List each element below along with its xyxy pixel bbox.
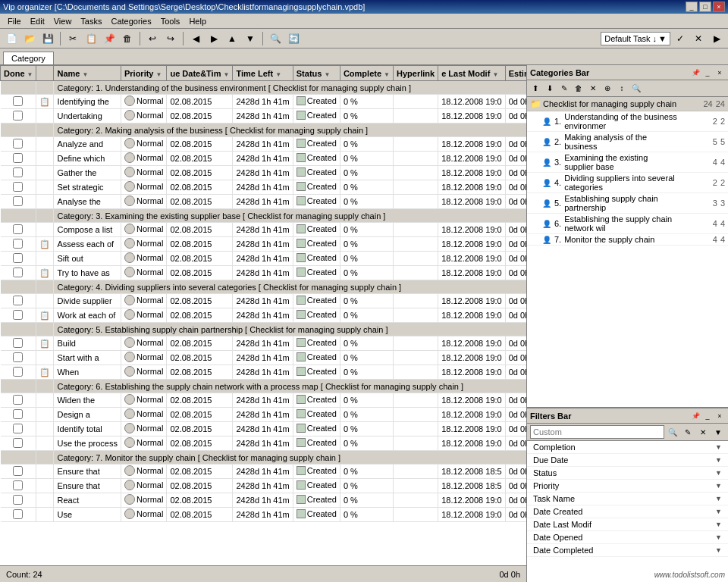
task-done-cell[interactable] <box>1 465 36 479</box>
cat-list-item[interactable]: 👤 7. Monitor the supply chain 4 4 <box>527 234 728 246</box>
task-row[interactable]: Ensure that Normal 02.08.2015 2428d 1h 4… <box>1 465 527 479</box>
task-row[interactable]: Analyze and Normal 02.08.2015 2428d 1h 4… <box>1 137 527 152</box>
filter-list-item[interactable]: Date Opened ▼ <box>527 531 728 544</box>
col-header-status[interactable]: Status ▼ <box>293 66 340 81</box>
filter-search-input[interactable] <box>530 425 664 439</box>
minimize-button[interactable]: _ <box>686 2 698 12</box>
task-checkbox[interactable] <box>13 310 23 320</box>
task-selector[interactable]: Default Task ↓ ▼ <box>601 32 670 45</box>
task-done-cell[interactable] <box>1 336 36 351</box>
task-checkbox[interactable] <box>13 196 23 206</box>
menu-help[interactable]: Help <box>184 15 211 27</box>
cat-bar-pin-icon[interactable]: 📌 <box>690 67 701 78</box>
toolbar-copy[interactable]: 📋 <box>83 30 99 47</box>
task-checkbox[interactable] <box>13 239 23 249</box>
cat-btn-6[interactable]: ⊕ <box>601 82 614 95</box>
cat-list-item[interactable]: 👤 3. Examining the existing supplier bas… <box>527 152 728 173</box>
task-done-cell[interactable] <box>1 308 36 323</box>
task-row[interactable]: Analyse the Normal 02.08.2015 2428d 1h 4… <box>1 195 527 209</box>
task-done-cell[interactable] <box>1 95 36 109</box>
task-checkbox[interactable] <box>13 111 23 120</box>
filter-bar-minimize-icon[interactable]: _ <box>702 411 713 421</box>
toolbar-forward[interactable]: ▶ <box>206 30 222 47</box>
task-checkbox[interactable] <box>13 424 23 433</box>
task-row[interactable]: Start with a Normal 02.08.2015 2428d 1h … <box>1 351 527 365</box>
toolbar-search[interactable]: 🔍 <box>267 30 284 47</box>
task-checkbox[interactable] <box>13 167 23 177</box>
toolbar-paste[interactable]: 📌 <box>101 30 118 47</box>
close-button[interactable]: × <box>713 2 725 12</box>
cat-btn-2[interactable]: ⬇ <box>543 82 557 95</box>
menu-view[interactable]: View <box>49 15 77 27</box>
task-checkbox[interactable] <box>13 253 23 263</box>
cat-bar-close-icon[interactable]: × <box>714 67 725 78</box>
col-header-info[interactable] <box>36 66 54 81</box>
task-row[interactable]: Ensure that Normal 02.08.2015 2428d 1h 4… <box>1 479 527 493</box>
task-done-cell[interactable] <box>1 237 36 252</box>
task-done-cell[interactable] <box>1 180 36 195</box>
task-row[interactable]: Compose a list Normal 02.08.2015 2428d 1… <box>1 223 527 237</box>
cat-list-item[interactable]: 👤 6. Establishing the supply chain netwo… <box>527 214 728 234</box>
task-done-cell[interactable] <box>1 508 36 522</box>
col-header-hyperlink[interactable]: Hyperlink <box>394 66 438 81</box>
task-done-cell[interactable] <box>1 436 36 451</box>
task-done-cell[interactable] <box>1 365 36 380</box>
task-done-cell[interactable] <box>1 252 36 266</box>
task-checkbox[interactable] <box>13 296 23 305</box>
menu-categories[interactable]: Categories <box>106 15 155 27</box>
task-row[interactable]: 📋 Try to have as Normal 02.08.2015 2428d… <box>1 266 527 280</box>
task-row[interactable]: Gather the Normal 02.08.2015 2428d 1h 41… <box>1 166 527 180</box>
task-done-cell[interactable] <box>1 294 36 308</box>
menu-tasks[interactable]: Tasks <box>76 15 106 27</box>
task-checkbox[interactable] <box>13 495 23 505</box>
task-checkbox[interactable] <box>13 224 23 234</box>
toolbar-cut[interactable]: ✂ <box>64 30 81 47</box>
col-header-done[interactable]: Done ▼ <box>1 66 36 81</box>
filter-list-item[interactable]: Priority ▼ <box>527 480 728 493</box>
cat-btn-5[interactable]: ✕ <box>586 82 600 95</box>
cat-btn-4[interactable]: 🗑 <box>572 82 585 95</box>
cat-list-item[interactable]: 👤 1. Understanding of the business envir… <box>527 111 728 132</box>
col-header-name[interactable]: Name ▼ <box>54 66 121 81</box>
task-checkbox[interactable] <box>13 409 23 419</box>
toolbar-checkmark[interactable]: ✓ <box>672 30 689 47</box>
toolbar-back[interactable]: ◀ <box>187 30 204 47</box>
task-done-cell[interactable] <box>1 393 36 408</box>
menu-edit[interactable]: Edit <box>26 15 49 27</box>
filter-extra-btn[interactable]: ▼ <box>711 425 725 439</box>
task-done-cell[interactable] <box>1 137 36 152</box>
cat-btn-8[interactable]: 🔍 <box>629 82 643 95</box>
filter-list-item[interactable]: Date Created ▼ <box>527 505 728 518</box>
cat-list-item[interactable]: 👤 5. Establishing supply chain partnersh… <box>527 193 728 214</box>
task-row[interactable]: Use the process Normal 02.08.2015 2428d … <box>1 436 527 451</box>
task-checkbox[interactable] <box>13 96 23 106</box>
maximize-button[interactable]: □ <box>699 2 711 12</box>
task-row[interactable]: Use Normal 02.08.2015 2428d 1h 41m Creat… <box>1 508 527 522</box>
task-row[interactable]: 📋 Work at each of Normal 02.08.2015 2428… <box>1 308 527 323</box>
col-header-priority[interactable]: Priority ▼ <box>121 66 166 81</box>
task-checkbox[interactable] <box>13 268 23 277</box>
task-row[interactable]: Widen the Normal 02.08.2015 2428d 1h 41m… <box>1 393 527 408</box>
menu-file[interactable]: File <box>3 15 26 27</box>
col-header-due[interactable]: ue Date&Tim ▼ <box>167 66 233 81</box>
task-done-cell[interactable] <box>1 493 36 508</box>
filter-clear-btn[interactable]: ✕ <box>696 425 710 439</box>
toolbar-undo[interactable]: ↩ <box>144 30 161 47</box>
task-checkbox[interactable] <box>13 182 23 192</box>
task-row[interactable]: 📋 Identifying the Normal 02.08.2015 2428… <box>1 95 527 109</box>
cat-list-item[interactable]: 👤 4. Dividing suppliers into several cat… <box>527 173 728 193</box>
task-row[interactable]: Set strategic Normal 02.08.2015 2428d 1h… <box>1 180 527 195</box>
cat-btn-3[interactable]: ✎ <box>557 82 571 95</box>
filter-list-item[interactable]: Completion ▼ <box>527 441 728 454</box>
col-header-timeleft[interactable]: Time Left ▼ <box>233 66 293 81</box>
task-checkbox[interactable] <box>13 367 23 377</box>
col-header-lastmod[interactable]: e Last Modif ▼ <box>438 66 506 81</box>
task-checkbox[interactable] <box>13 466 23 476</box>
toolbar-down[interactable]: ▼ <box>242 30 259 47</box>
col-header-esttime[interactable]: Estimated Time <box>505 66 526 81</box>
toolbar-x-btn[interactable]: ✕ <box>690 30 707 47</box>
task-done-cell[interactable] <box>1 422 36 436</box>
filter-list-item[interactable]: Task Name ▼ <box>527 493 728 505</box>
toolbar-redo[interactable]: ↪ <box>162 30 179 47</box>
cat-btn-7[interactable]: ↕ <box>615 82 629 95</box>
